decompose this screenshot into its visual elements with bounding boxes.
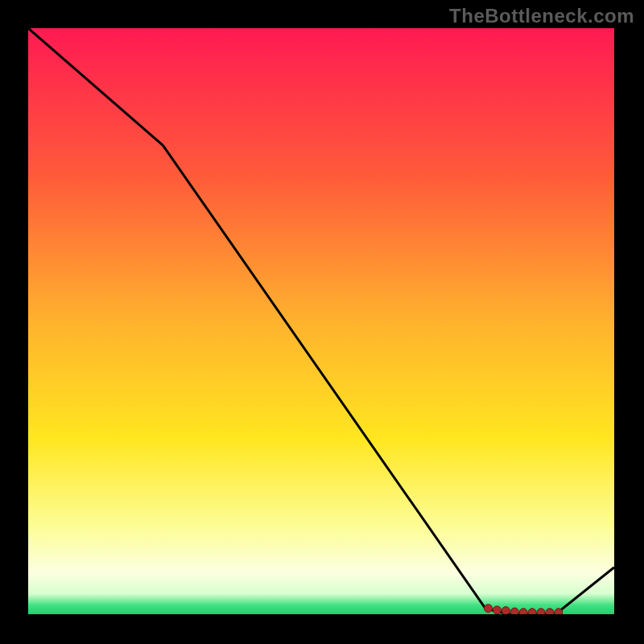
data-marker [502, 607, 510, 614]
chart-container: TheBottleneck.com [0, 0, 644, 644]
data-marker [537, 609, 545, 614]
plot-frame [28, 28, 614, 614]
plot-area [28, 28, 614, 614]
data-marker [484, 605, 492, 613]
data-marker [546, 609, 554, 614]
data-marker [493, 606, 501, 614]
data-marker [519, 609, 527, 614]
data-marker [528, 609, 536, 614]
data-marker [510, 608, 518, 614]
watermark-text: TheBottleneck.com [449, 5, 634, 27]
chart-svg [28, 28, 614, 614]
data-marker [555, 609, 563, 614]
gradient-background [28, 28, 614, 614]
